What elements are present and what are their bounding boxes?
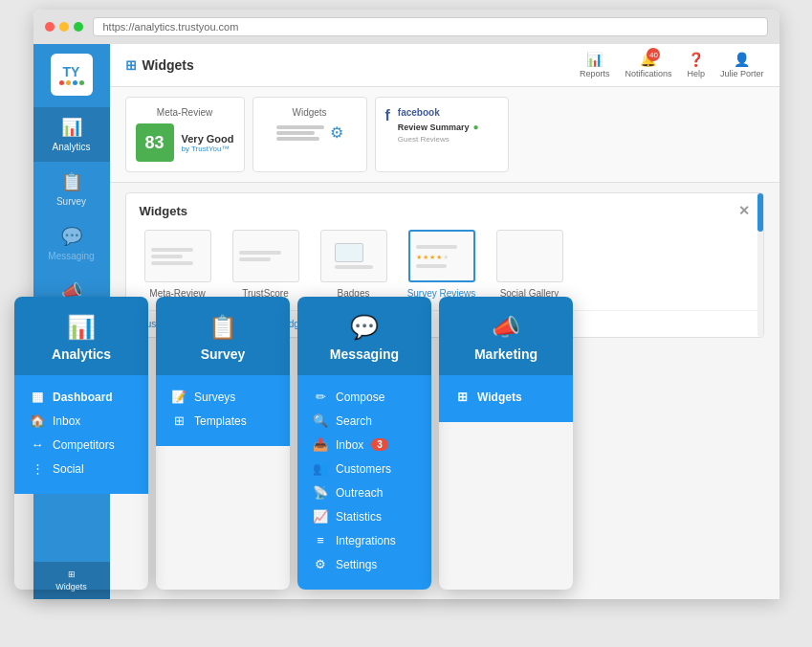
messaging-customers-item[interactable]: 👥 Customers — [313, 457, 416, 480]
marketing-panel-icon: 📣 — [492, 314, 520, 341]
widget-item-badges[interactable]: Badges — [316, 230, 392, 299]
sidebar-label-survey: Survey — [56, 196, 86, 207]
notifications-button[interactable]: 🔔 40 Notifications — [625, 52, 671, 78]
inbox-icon: 🏠 — [30, 413, 45, 428]
star-1: ★ — [416, 254, 422, 261]
line-1 — [416, 245, 457, 249]
widget-lines-meta-review — [145, 242, 210, 271]
scroll-thumb — [757, 193, 763, 232]
meta-review-card[interactable]: Meta-Review 83 Very Good by TrustYou™ — [125, 97, 245, 172]
widget-item-survey-reviews[interactable]: ★ ★ ★ ★ ★ Survey Reviews — [404, 230, 480, 299]
facebook-card-inner: f facebook Review Summary ● Guest Review… — [385, 107, 498, 144]
messaging-inbox-item[interactable]: 📥 Inbox 3 — [313, 433, 416, 457]
messaging-statistics-item[interactable]: 📈 Statistics — [313, 504, 416, 528]
widgets-card-title: Widgets — [263, 107, 357, 118]
star-3: ★ — [429, 254, 435, 261]
surveys-label: Surveys — [194, 390, 235, 404]
messaging-outreach-item[interactable]: 📡 Outreach — [313, 480, 416, 504]
logo-dot-yellow — [66, 80, 71, 85]
fb-title: facebook — [398, 107, 479, 118]
statistics-icon: 📈 — [313, 509, 328, 524]
facebook-content: facebook Review Summary ● Guest Reviews — [398, 107, 479, 144]
user-button[interactable]: 👤 Julie Porter — [720, 52, 764, 78]
widget-icon-survey-reviews: ★ ★ ★ ★ ★ — [408, 230, 475, 282]
analytics-social-item[interactable]: ⋮ Social — [30, 457, 133, 480]
address-bar[interactable]: https://analytics.trustyou.com — [93, 17, 768, 36]
reports-button[interactable]: 📊 Reports — [580, 52, 610, 78]
messaging-compose-item[interactable]: ✏ Compose — [313, 385, 416, 409]
brand-label: by TrustYou™ — [182, 145, 234, 153]
analytics-icon: 📊 — [61, 117, 82, 138]
scroll-bar[interactable] — [757, 193, 763, 337]
widget-item-trustscore[interactable]: TrustScore — [228, 230, 304, 299]
survey-templates-item[interactable]: ⊞ Templates — [171, 409, 274, 433]
logo-dot-blue — [73, 80, 77, 85]
templates-label: Templates — [194, 414, 247, 428]
survey-panel-title: Survey — [201, 346, 246, 362]
meta-review-card-content: 83 Very Good by TrustYou™ — [136, 123, 234, 162]
customers-icon: 👥 — [313, 461, 328, 476]
widgets-panel-title: Widgets — [140, 204, 187, 218]
search-label: Search — [336, 414, 372, 428]
widget-icon-badges — [320, 230, 387, 282]
msg-inbox-label: Inbox — [336, 438, 363, 452]
social-gallery-preview — [523, 236, 537, 277]
widget-icon-meta-review — [144, 230, 211, 282]
page-title-icon: ⊞ — [125, 57, 137, 73]
sidebar-item-survey[interactable]: 📋 Survey — [33, 162, 110, 216]
facebook-card[interactable]: f facebook Review Summary ● Guest Review… — [375, 97, 509, 172]
survey-panel-header: 📋 Survey — [156, 297, 290, 375]
help-button[interactable]: ❓ Help — [687, 52, 705, 78]
messaging-search-item[interactable]: 🔍 Search — [313, 409, 416, 433]
widget-lines-survey: ★ ★ ★ ★ ★ — [410, 239, 473, 274]
compose-icon: ✏ — [313, 390, 328, 404]
minimize-dot[interactable] — [59, 22, 69, 32]
compose-label: Compose — [336, 390, 384, 404]
marketing-widgets-item[interactable]: ⊞ Widgets — [454, 385, 558, 409]
line-1 — [239, 251, 282, 255]
widget-item-meta-review[interactable]: Meta-Review — [140, 230, 216, 299]
social-label: Social — [53, 462, 84, 476]
notifications-badge: 40 — [647, 48, 660, 61]
sidebar-label-analytics: Analytics — [52, 142, 90, 152]
widgets-panel-close[interactable]: ✕ — [738, 203, 750, 218]
widgets-card[interactable]: Widgets ⚙ — [252, 97, 367, 172]
sidebar-item-messaging[interactable]: 💬 Messaging — [33, 216, 110, 271]
fb-review-label: Review Summary — [398, 123, 470, 132]
analytics-competitors-item[interactable]: ↔ Competitors — [30, 433, 133, 457]
maximize-dot[interactable] — [74, 22, 83, 32]
preview-line-3 — [276, 137, 319, 141]
notifications-label: Notifications — [625, 69, 671, 78]
messaging-settings-item[interactable]: ⚙ Settings — [313, 552, 416, 576]
meta-review-info: Very Good by TrustYou™ — [182, 133, 234, 153]
survey-icon: 📋 — [61, 171, 82, 192]
stars-row: ★ ★ ★ ★ ★ — [416, 254, 468, 261]
inbox-badge: 3 — [371, 438, 388, 451]
reports-label: Reports — [580, 69, 610, 78]
marketing-panel-title: Marketing — [474, 346, 538, 362]
widget-icon-social-gallery — [496, 230, 563, 282]
analytics-inbox-item[interactable]: 🏠 Inbox — [30, 409, 133, 433]
widget-icon-trustscore — [232, 230, 299, 282]
messaging-panel-body: ✏ Compose 🔍 Search 📥 Inbox 3 👥 Customers… — [297, 375, 431, 590]
analytics-dashboard-item[interactable]: ▦ Dashboard — [30, 385, 133, 409]
marketing-widgets-label: Widgets — [477, 390, 522, 404]
surveys-icon: 📝 — [171, 390, 187, 404]
close-dot[interactable] — [45, 22, 55, 32]
messaging-panel-title: Messaging — [330, 346, 399, 362]
survey-surveys-item[interactable]: 📝 Surveys — [171, 385, 274, 409]
analytics-panel-title: Analytics — [52, 346, 111, 362]
fb-guest-reviews: Guest Reviews — [398, 135, 479, 144]
widget-item-social-gallery[interactable]: Social Gallery — [492, 230, 568, 299]
messaging-integrations-item[interactable]: ≡ Integrations — [313, 528, 416, 552]
line-2 — [416, 264, 447, 268]
templates-icon: ⊞ — [171, 413, 187, 428]
user-icon: 👤 — [734, 52, 750, 67]
sidebar-item-analytics[interactable]: 📊 Analytics — [33, 107, 110, 162]
line-2 — [151, 255, 184, 258]
gear-icon: ⚙ — [330, 123, 343, 142]
analytics-panel-body: ▦ Dashboard 🏠 Inbox ↔ Competitors ⋮ Soci… — [14, 375, 148, 494]
outreach-icon: 📡 — [313, 485, 328, 500]
line-3 — [151, 261, 194, 265]
user-label: Julie Porter — [720, 69, 764, 78]
